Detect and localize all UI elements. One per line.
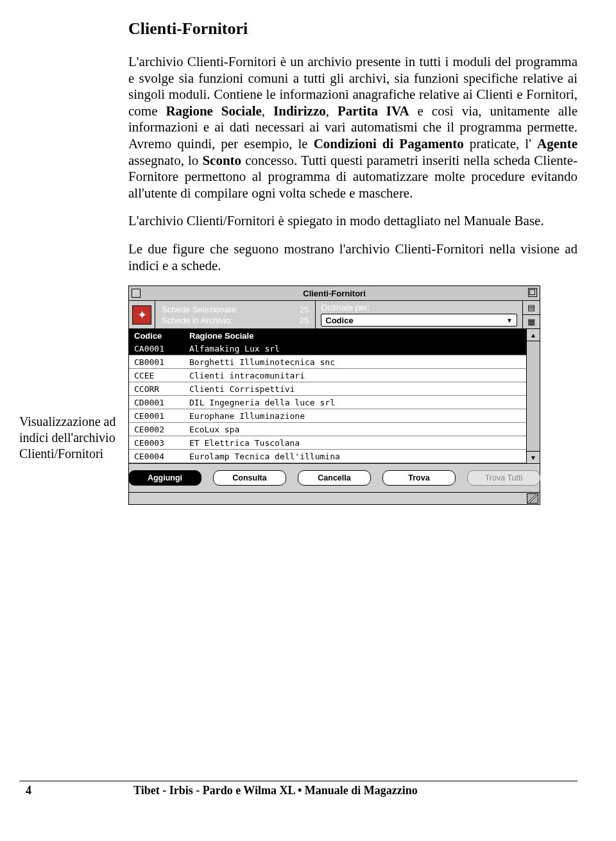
sort-label: Ordinate per:	[321, 303, 517, 312]
column-header-name[interactable]: Ragione Sociale	[187, 331, 526, 341]
sort-value: Codice	[325, 316, 353, 325]
cell-code: CB0001	[129, 357, 187, 367]
paragraph-2: L'archivio Clienti/Fornitori è spiegato …	[128, 213, 578, 230]
cell-code: CE0002	[129, 425, 187, 434]
sort-select[interactable]: Codice ▼	[321, 314, 517, 327]
window-title: Clienti-Fornitori	[129, 289, 540, 298]
cell-name: Europhane Illuminazione	[187, 411, 526, 421]
cell-code: CE0001	[129, 411, 187, 421]
figure-caption: Visualizzazione ad indici dell'archivio …	[19, 414, 116, 461]
cell-code: CCEE	[129, 371, 187, 380]
column-header-code[interactable]: Codice	[129, 331, 187, 341]
cell-name: EcoLux spa	[187, 425, 526, 434]
table-row[interactable]: CE0001Europhane Illuminazione	[129, 409, 526, 423]
table-row[interactable]: CE0003ET Elettrica Tuscolana	[129, 436, 526, 450]
stat-value: 25	[300, 305, 309, 314]
bold-term: Sconto	[202, 153, 241, 168]
app-logo-icon: ✦	[132, 305, 151, 325]
table-row[interactable]: CE0002EcoLux spa	[129, 423, 526, 436]
chevron-down-icon: ▼	[506, 317, 513, 324]
table-row[interactable]: CCORRClienti Corrispettivi	[129, 382, 526, 396]
vertical-scrollbar[interactable]: ▲ ▼	[526, 329, 540, 463]
sort-panel: Ordinate per: Codice ▼	[315, 301, 522, 328]
cell-name: Eurolamp Tecnica dell'illumina	[187, 452, 526, 461]
view-switch-icons: ▤ ▦	[522, 301, 540, 328]
cell-name: Clienti Corrispettivi	[187, 384, 526, 394]
page-number: 4	[19, 784, 133, 797]
button-bar: Aggiungi Consulta Cancella Trova Trova T…	[129, 463, 540, 492]
zoom-icon[interactable]	[528, 288, 537, 297]
stat-label: Schede in Archivio:	[162, 316, 233, 325]
table-row[interactable]: CA0001Alfamaking Lux srl	[129, 342, 526, 355]
cell-name: Alfamaking Lux srl	[187, 344, 526, 353]
table-row[interactable]: CD0001DIL Ingegneria della luce srl	[129, 396, 526, 409]
scroll-up-icon[interactable]: ▲	[527, 329, 540, 341]
cancella-button[interactable]: Cancella	[298, 470, 371, 486]
window-titlebar[interactable]: Clienti-Fornitori	[129, 286, 540, 301]
trova-tutti-button[interactable]: Trova Tutti	[467, 470, 540, 486]
cell-code: CD0001	[129, 398, 187, 407]
cell-code: CE0003	[129, 438, 187, 448]
cell-name: Borghetti Illuminotecnica snc	[187, 357, 526, 367]
page-footer: 4 Tibet - Irbis - Pardo e Wilma XL • Man…	[19, 781, 578, 797]
record-stats: Schede Selezionate: 25 Schede in Archivi…	[155, 301, 315, 328]
app-logo-cell: ✦	[129, 301, 155, 328]
view-card-icon[interactable]: ▦	[523, 315, 540, 328]
bold-term: Indirizzo	[273, 103, 326, 119]
cell-code: CE0004	[129, 452, 187, 461]
table-header[interactable]: Codice Ragione Sociale	[129, 329, 526, 342]
table-row[interactable]: CB0001Borghetti Illuminotecnica snc	[129, 355, 526, 369]
table-row[interactable]: CE0004Eurolamp Tecnica dell'illumina	[129, 450, 526, 463]
cell-code: CCORR	[129, 384, 187, 394]
app-window: Clienti-Fornitori ✦ Schede Selezionate: …	[128, 285, 540, 505]
resize-grip-bar	[129, 492, 540, 504]
stat-value: 25	[300, 316, 309, 325]
cell-name: Clienti intracomunitari	[187, 371, 526, 380]
close-icon[interactable]	[132, 289, 141, 298]
info-bar: ✦ Schede Selezionate: 25 Schede in Archi…	[129, 301, 540, 329]
view-list-icon[interactable]: ▤	[523, 301, 540, 315]
bold-term: Partita IVA	[338, 103, 409, 119]
section-title: Clienti-Fornitori	[128, 19, 578, 38]
resize-grip-icon[interactable]	[527, 493, 538, 504]
paragraph-3: Le due figure che seguono mostrano l'arc…	[128, 241, 578, 274]
bold-term: Agente	[537, 136, 578, 151]
cell-name: DIL Ingegneria della luce srl	[187, 398, 526, 407]
table-row[interactable]: CCEEClienti intracomunitari	[129, 369, 526, 382]
consulta-button[interactable]: Consulta	[213, 470, 286, 486]
trova-button[interactable]: Trova	[382, 470, 456, 486]
figure-caption-sidebar: Visualizzazione ad indici dell'archivio …	[19, 19, 128, 462]
scroll-down-icon[interactable]: ▼	[527, 451, 540, 463]
cell-name: ET Elettrica Tuscolana	[187, 438, 526, 448]
aggiungi-button[interactable]: Aggiungi	[128, 470, 201, 486]
stat-label: Schede Selezionate:	[162, 305, 238, 314]
bold-term: Ragione Sociale	[166, 103, 261, 119]
cell-code: CA0001	[129, 344, 187, 353]
paragraph-1: L'archivio Clienti-Fornitori è un archiv…	[128, 54, 578, 201]
bold-term: Condizioni di Pagamento	[314, 136, 464, 151]
footer-text: Tibet - Irbis - Pardo e Wilma XL • Manua…	[133, 784, 578, 797]
records-table: Codice Ragione Sociale CA0001Alfamaking …	[129, 329, 540, 463]
scroll-track[interactable]	[527, 341, 540, 451]
